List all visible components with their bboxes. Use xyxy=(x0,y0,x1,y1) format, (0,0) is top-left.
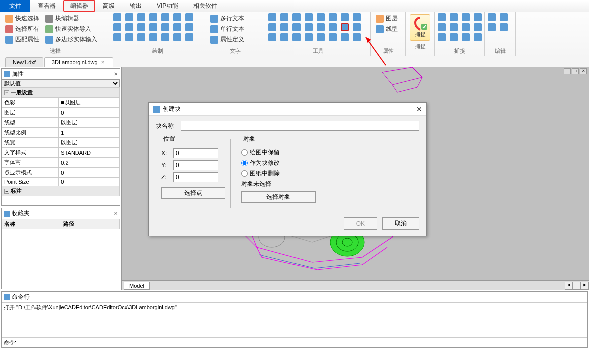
snap-icon[interactable] xyxy=(474,23,482,31)
draw-tool-icon[interactable] xyxy=(137,13,145,21)
y-input[interactable] xyxy=(173,160,218,170)
tool-icon[interactable] xyxy=(305,13,313,21)
draw-tool-icon[interactable] xyxy=(161,23,169,31)
command-input[interactable] xyxy=(18,340,585,346)
linetype-button[interactable]: 线型 xyxy=(374,24,402,34)
collapse-icon[interactable]: − xyxy=(4,189,9,194)
tool-icon[interactable] xyxy=(317,13,325,21)
tool-icon[interactable] xyxy=(317,23,325,31)
paste-icon[interactable] xyxy=(500,13,508,21)
capture-button[interactable]: 捕捉 xyxy=(410,14,430,41)
draw-tool-icon[interactable] xyxy=(185,13,193,21)
prop-row[interactable]: Point Size0 xyxy=(2,178,120,186)
panel-close-icon[interactable]: ✕ xyxy=(114,71,118,77)
panel-close-icon[interactable]: ✕ xyxy=(114,211,118,216)
draw-tool-icon[interactable] xyxy=(161,13,169,21)
tab-related[interactable]: 相关软件 xyxy=(186,0,225,12)
tool-icon[interactable] xyxy=(353,13,361,21)
draw-tool-icon[interactable] xyxy=(113,33,121,41)
tool-icon[interactable] xyxy=(292,23,301,31)
prop-row[interactable]: 线型以图层 xyxy=(2,118,120,128)
snap-icon[interactable] xyxy=(450,33,458,41)
tool-icon[interactable] xyxy=(280,13,288,21)
model-tab[interactable]: Model xyxy=(124,282,150,290)
snap-icon[interactable] xyxy=(450,23,458,31)
single-text-button[interactable]: 单行文本 xyxy=(208,24,262,34)
close-icon[interactable]: ✕ xyxy=(580,68,587,74)
doc-tab[interactable]: New1.dxf xyxy=(5,57,43,67)
quick-select-button[interactable]: 快速选择 xyxy=(3,13,41,24)
snap-icon[interactable] xyxy=(438,33,446,41)
copy-icon[interactable] xyxy=(488,13,496,21)
tool-icon[interactable] xyxy=(353,23,361,31)
minimize-icon[interactable]: − xyxy=(564,68,571,74)
radio-delete[interactable] xyxy=(241,170,248,177)
scroll-left-icon[interactable]: ◄ xyxy=(565,282,573,290)
tab-editor[interactable]: 编辑器 xyxy=(63,0,95,12)
draw-tool-icon[interactable] xyxy=(125,33,133,41)
poly-solid-input-button[interactable]: 多边形实体输入 xyxy=(43,34,99,45)
draw-tool-icon[interactable] xyxy=(173,33,181,41)
tool-icon[interactable] xyxy=(341,13,349,21)
draw-tool-icon[interactable] xyxy=(173,13,181,21)
tool-icon[interactable] xyxy=(353,33,361,41)
tool-icon[interactable] xyxy=(268,13,276,21)
doc-tab-active[interactable]: 3DLamborgini.dwg✕ xyxy=(44,57,113,67)
tool-icon[interactable] xyxy=(292,33,301,41)
draw-tool-icon[interactable] xyxy=(125,23,133,31)
prop-row[interactable]: 图层0 xyxy=(2,108,120,118)
snap-icon[interactable] xyxy=(462,33,470,41)
snap-icon[interactable] xyxy=(462,13,470,21)
edit-icon[interactable] xyxy=(500,23,508,31)
select-point-button[interactable]: 选择点 xyxy=(161,187,225,199)
tool-icon[interactable] xyxy=(280,23,288,31)
tool-icon[interactable] xyxy=(268,33,276,41)
prop-define-button[interactable]: 属性定义 xyxy=(208,34,262,45)
cut-icon[interactable] xyxy=(488,23,496,31)
fav-col-path[interactable]: 路径 xyxy=(61,219,120,229)
select-all-button[interactable]: 选择所有 xyxy=(3,24,41,34)
draw-tool-icon[interactable] xyxy=(113,23,121,31)
draw-tool-icon[interactable] xyxy=(161,33,169,41)
draw-tool-icon[interactable] xyxy=(173,23,181,31)
layer-button[interactable]: 图层 xyxy=(374,13,402,24)
block-editor-button[interactable]: 块编辑器 xyxy=(43,13,81,24)
create-block-button[interactable] xyxy=(341,23,349,31)
snap-icon[interactable] xyxy=(462,23,470,31)
z-input[interactable] xyxy=(173,172,218,182)
draw-tool-icon[interactable] xyxy=(137,23,145,31)
multi-text-button[interactable]: 多行文本 xyxy=(208,13,262,24)
prop-row[interactable]: 线宽以图层 xyxy=(2,138,120,148)
snap-icon[interactable] xyxy=(438,13,446,21)
tool-icon[interactable] xyxy=(305,23,313,31)
draw-tool-icon[interactable] xyxy=(185,33,193,41)
tool-icon[interactable] xyxy=(268,23,276,31)
tool-icon[interactable] xyxy=(329,33,337,41)
tool-icon[interactable] xyxy=(305,33,313,41)
prop-row[interactable]: 文字样式STANDARD xyxy=(2,148,120,158)
tab-viewer[interactable]: 查看器 xyxy=(30,0,63,12)
match-props-button[interactable]: 匹配属性 xyxy=(3,34,41,45)
tab-output[interactable]: 输出 xyxy=(122,0,149,12)
properties-select[interactable]: 默认值 xyxy=(2,79,120,87)
draw-tool-icon[interactable] xyxy=(149,33,157,41)
fav-col-name[interactable]: 名称 xyxy=(2,219,61,229)
draw-tool-icon[interactable] xyxy=(149,23,157,31)
snap-icon[interactable] xyxy=(474,13,482,21)
scroll-right-icon[interactable]: ► xyxy=(581,282,589,290)
snap-icon[interactable] xyxy=(450,13,458,21)
maximize-icon[interactable]: □ xyxy=(572,68,579,74)
draw-tool-icon[interactable] xyxy=(185,23,193,31)
tool-icon[interactable] xyxy=(341,33,349,41)
tab-vip[interactable]: VIP功能 xyxy=(149,0,186,12)
ok-button[interactable]: OK xyxy=(344,217,377,230)
collapse-icon[interactable]: − xyxy=(4,90,9,95)
file-menu[interactable]: 文件 xyxy=(0,0,30,12)
dialog-close-icon[interactable]: ✕ xyxy=(416,105,422,113)
snap-icon[interactable] xyxy=(438,23,446,31)
tool-icon[interactable] xyxy=(280,33,288,41)
prop-row[interactable]: 点显示模式0 xyxy=(2,168,120,178)
tool-icon[interactable] xyxy=(317,33,325,41)
select-object-button[interactable]: 选择对象 xyxy=(241,191,316,203)
prop-row[interactable]: 字体高0.2 xyxy=(2,158,120,168)
